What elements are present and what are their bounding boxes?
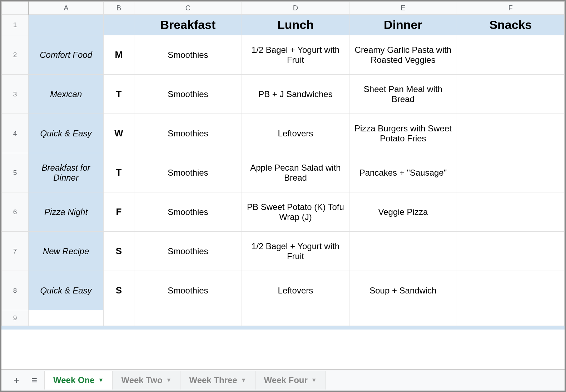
table-row: 6Pizza NightFSmoothiesPB Sweet Potato (K… bbox=[2, 192, 565, 232]
cell-breakfast[interactable]: Smoothies bbox=[134, 232, 242, 271]
row-header-2[interactable]: 2 bbox=[2, 35, 29, 75]
plus-icon: + bbox=[14, 375, 19, 386]
cell-day[interactable]: M bbox=[103, 35, 134, 75]
cell-C1[interactable]: Breakfast bbox=[134, 15, 242, 35]
cell-snacks[interactable] bbox=[457, 114, 564, 153]
cell-day[interactable]: T bbox=[103, 153, 134, 192]
cell-theme[interactable]: Breakfast for Dinner bbox=[29, 153, 104, 192]
menu-icon: ≡ bbox=[31, 375, 37, 386]
spreadsheet-table: A B C D E F 1 Breakfast Lunch Dinner Sna… bbox=[1, 1, 565, 326]
cell-day[interactable]: F bbox=[103, 192, 134, 232]
column-header-A[interactable]: A bbox=[29, 2, 104, 15]
sheet-tab-label: Week Four bbox=[264, 375, 308, 385]
row-header-9[interactable]: 9 bbox=[2, 310, 29, 326]
all-sheets-button[interactable]: ≡ bbox=[26, 372, 42, 388]
cell-breakfast[interactable]: Smoothies bbox=[134, 271, 242, 310]
sheet-tab-label: Week Two bbox=[121, 375, 162, 385]
cell-snacks[interactable] bbox=[457, 35, 564, 75]
add-sheet-button[interactable]: + bbox=[9, 372, 24, 388]
cell-theme[interactable]: Pizza Night bbox=[29, 192, 104, 232]
cell-lunch[interactable]: PB Sweet Potato (K) Tofu Wrap (J) bbox=[242, 192, 349, 232]
cell-dinner[interactable] bbox=[349, 232, 457, 271]
cell-dinner[interactable]: Pizza Burgers with Sweet Potato Fries bbox=[349, 114, 457, 153]
table-row: 2Comfort FoodMSmoothies1/2 Bagel + Yogur… bbox=[2, 35, 565, 75]
chevron-down-icon[interactable]: ▼ bbox=[241, 377, 247, 383]
column-header-E[interactable]: E bbox=[349, 2, 457, 15]
row-header-3[interactable]: 3 bbox=[2, 75, 29, 114]
cell-snacks[interactable] bbox=[457, 153, 564, 192]
column-header-D[interactable]: D bbox=[242, 2, 349, 15]
column-header-F[interactable]: F bbox=[457, 2, 564, 15]
cell-breakfast[interactable]: Smoothies bbox=[134, 35, 242, 75]
cell-snacks[interactable] bbox=[457, 75, 564, 114]
row-header-1[interactable]: 1 bbox=[2, 15, 29, 35]
cell-lunch[interactable]: Leftovers bbox=[242, 271, 349, 310]
cell-day[interactable]: S bbox=[103, 271, 134, 310]
cell-lunch[interactable]: Apple Pecan Salad with Bread bbox=[242, 153, 349, 192]
cell-theme[interactable]: Quick & Easy bbox=[29, 271, 104, 310]
table-row: 3MexicanTSmoothiesPB + J SandwichesSheet… bbox=[2, 75, 565, 114]
table-row: 5Breakfast for DinnerTSmoothiesApple Pec… bbox=[2, 153, 565, 192]
cell-lunch[interactable]: 1/2 Bagel + Yogurt with Fruit bbox=[242, 35, 349, 75]
chevron-down-icon[interactable]: ▼ bbox=[311, 377, 317, 383]
chevron-down-icon[interactable]: ▼ bbox=[98, 377, 104, 383]
column-header-B[interactable]: B bbox=[103, 2, 134, 15]
cell-D1[interactable]: Lunch bbox=[242, 15, 349, 35]
row-header-6[interactable]: 6 bbox=[2, 192, 29, 232]
table-row: 7New RecipeSSmoothies1/2 Bagel + Yogurt … bbox=[2, 232, 565, 271]
cell-empty[interactable] bbox=[457, 310, 564, 326]
cell-theme[interactable]: New Recipe bbox=[29, 232, 104, 271]
grid-area: A B C D E F 1 Breakfast Lunch Dinner Sna… bbox=[1, 1, 565, 369]
sheet-tab-label: Week One bbox=[53, 375, 95, 385]
sheet-tab[interactable]: Week Four▼ bbox=[255, 371, 326, 390]
column-header-C[interactable]: C bbox=[134, 2, 242, 15]
cell-breakfast[interactable]: Smoothies bbox=[134, 192, 242, 232]
sheet-tab[interactable]: Week Two▼ bbox=[113, 371, 180, 390]
sheet-tabs-bar: + ≡ Week One▼Week Two▼Week Three▼Week Fo… bbox=[1, 369, 565, 391]
row-header-5[interactable]: 5 bbox=[2, 153, 29, 192]
cell-dinner[interactable]: Creamy Garlic Pasta with Roasted Veggies bbox=[349, 35, 457, 75]
cell-dinner[interactable]: Sheet Pan Meal with Bread bbox=[349, 75, 457, 114]
cell-B1[interactable] bbox=[103, 15, 134, 35]
cell-day[interactable]: S bbox=[103, 232, 134, 271]
table-row: 1 Breakfast Lunch Dinner Snacks bbox=[2, 15, 565, 35]
sheet-tab[interactable]: Week One▼ bbox=[44, 371, 113, 390]
cell-theme[interactable]: Mexican bbox=[29, 75, 104, 114]
cell-snacks[interactable] bbox=[457, 232, 564, 271]
cell-E1[interactable]: Dinner bbox=[349, 15, 457, 35]
cell-empty[interactable] bbox=[134, 310, 242, 326]
cell-lunch[interactable]: 1/2 Bagel + Yogurt with Fruit bbox=[242, 232, 349, 271]
cell-snacks[interactable] bbox=[457, 271, 564, 310]
cell-theme[interactable]: Quick & Easy bbox=[29, 114, 104, 153]
chevron-down-icon[interactable]: ▼ bbox=[166, 377, 172, 383]
cell-dinner[interactable]: Soup + Sandwich bbox=[349, 271, 457, 310]
cell-empty[interactable] bbox=[349, 310, 457, 326]
spreadsheet-container: A B C D E F 1 Breakfast Lunch Dinner Sna… bbox=[0, 0, 566, 392]
row-header-7[interactable]: 7 bbox=[2, 232, 29, 271]
cell-breakfast[interactable]: Smoothies bbox=[134, 114, 242, 153]
cell-F1[interactable]: Snacks bbox=[457, 15, 564, 35]
cell-empty[interactable] bbox=[242, 310, 349, 326]
cell-dinner[interactable]: Veggie Pizza bbox=[349, 192, 457, 232]
cell-snacks[interactable] bbox=[457, 192, 564, 232]
row-header-4[interactable]: 4 bbox=[2, 114, 29, 153]
select-all-corner[interactable] bbox=[2, 2, 29, 15]
cell-theme[interactable]: Comfort Food bbox=[29, 35, 104, 75]
cell-A1[interactable] bbox=[29, 15, 104, 35]
cell-dinner[interactable]: Pancakes + "Sausage" bbox=[349, 153, 457, 192]
cell-empty[interactable] bbox=[103, 310, 134, 326]
column-header-row: A B C D E F bbox=[2, 2, 565, 15]
cell-breakfast[interactable]: Smoothies bbox=[134, 75, 242, 114]
table-row: 9 bbox=[2, 310, 565, 326]
table-row: 8Quick & EasySSmoothiesLeftoversSoup + S… bbox=[2, 271, 565, 310]
sheet-tab[interactable]: Week Three▼ bbox=[180, 371, 255, 390]
cell-breakfast[interactable]: Smoothies bbox=[134, 153, 242, 192]
cell-lunch[interactable]: Leftovers bbox=[242, 114, 349, 153]
table-row: 4Quick & EasyWSmoothiesLeftoversPizza Bu… bbox=[2, 114, 565, 153]
cell-day[interactable]: W bbox=[103, 114, 134, 153]
scroll-hint bbox=[1, 326, 565, 330]
cell-day[interactable]: T bbox=[103, 75, 134, 114]
cell-empty[interactable] bbox=[29, 310, 104, 326]
row-header-8[interactable]: 8 bbox=[2, 271, 29, 310]
cell-lunch[interactable]: PB + J Sandwiches bbox=[242, 75, 349, 114]
